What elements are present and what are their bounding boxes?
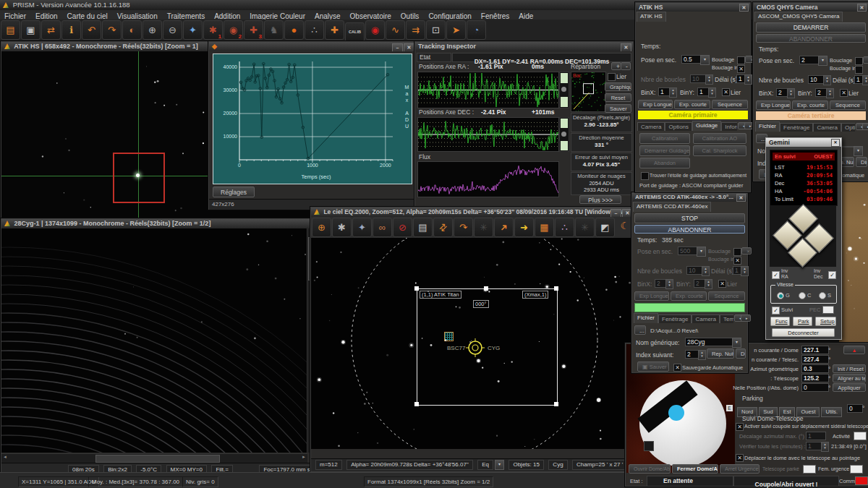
tab-ascom-qhy5[interactable]: ASCOM_CMOS QHY5 Camera (754, 12, 843, 22)
demarrer-guidage-button[interactable]: Démarrer Guidage (639, 145, 690, 156)
parking-input[interactable]: 0 (847, 404, 863, 413)
exp-longue-button[interactable]: Exp Longue (634, 291, 669, 301)
verifier-input[interactable]: 1 (806, 442, 822, 450)
skymap-view[interactable]: (1,1) ATIK Titan (Xmax,1) 000° BSC77 CYG (311, 238, 634, 449)
lier-checkbox[interactable] (722, 88, 730, 96)
scroll-left-icon[interactable]: ◄ (3, 455, 7, 459)
cyg-titlebar[interactable]: 28Cyg-1 | 1374x1099 - Monochrome - Réels… (1, 219, 316, 228)
sauvegarde-checkbox[interactable] (673, 364, 681, 372)
blob-icon[interactable]: ➤ (446, 20, 466, 40)
browse-button[interactable]: ... (634, 325, 646, 335)
inv-ra-checkbox[interactable] (772, 271, 780, 279)
init-reset-button[interactable]: Init / Reset (833, 364, 866, 373)
transfer-icon[interactable]: ⇄ (41, 20, 61, 40)
sauver-button[interactable]: ▣ Sauver (637, 361, 669, 372)
tab-scroll-right[interactable]: ▸ (862, 123, 868, 130)
refresh-icon[interactable]: ↷ (454, 218, 473, 237)
artemis-titlebar[interactable]: ARTEMIS CCD ATIK-460ex -> -5.0°... ✕ (632, 193, 747, 202)
hscroll-thumb[interactable] (95, 455, 220, 463)
eq-select[interactable]: Eq (477, 460, 493, 470)
abandon-button[interactable]: Abandon (639, 158, 690, 168)
repartition-plus-button[interactable]: + (611, 62, 621, 70)
qhy5-panel-titlebar[interactable]: CMOS QHY5 Camera ✕ (754, 3, 868, 12)
tracking-titlebar[interactable]: Tracking Inspector ✕ (415, 42, 633, 51)
tab-fichier[interactable]: Fichier (755, 121, 780, 132)
close-button[interactable]: ✕ (736, 194, 746, 202)
binoculars-icon[interactable]: ∞ (373, 218, 392, 237)
speed-s-radio[interactable] (819, 292, 826, 299)
cancel-x-button[interactable]: ✕ (741, 247, 752, 254)
ouvrir-dome-button[interactable]: Ouvrir Dome/Abri (629, 464, 671, 474)
delai-spinner[interactable] (862, 75, 868, 85)
stop-button[interactable]: STOP (634, 213, 745, 223)
deconnecter-button[interactable]: Déconnecter (772, 328, 835, 337)
arret-urgence-button[interactable]: Arret Urgence (720, 464, 760, 474)
activer-suivi-checkbox[interactable] (736, 423, 744, 431)
nom-dropdown-icon[interactable] (854, 146, 863, 156)
sequence-button[interactable]: Sequence (712, 100, 748, 109)
redo-icon[interactable]: ↷ (102, 20, 122, 40)
gear-icon[interactable]: ✱ (332, 218, 352, 237)
burst-icon[interactable]: ✳ (575, 218, 595, 237)
bouclage-infini-checkbox[interactable] (733, 257, 741, 265)
lier-checkbox[interactable] (608, 73, 616, 81)
abandonner-button[interactable]: ABANDONNER (634, 225, 745, 234)
fermer-dome-button[interactable]: Fermer Dome/Abri (672, 464, 718, 474)
screen-icon[interactable]: ⊡ (426, 20, 446, 40)
pose-dropdown-icon[interactable] (818, 56, 827, 66)
tab-fen-trage[interactable]: Fenêtrage (658, 314, 692, 323)
nelle-input[interactable]: 0 (801, 383, 829, 392)
dome-handle[interactable] (644, 441, 654, 451)
verifier-spinner[interactable] (821, 442, 829, 452)
calibration-button[interactable]: Calibration (639, 133, 690, 144)
zoom-sky-icon[interactable]: ⊕ (312, 218, 331, 237)
camera-1-icon[interactable]: ✱1 (203, 20, 223, 40)
deplacer-checkbox[interactable] (736, 454, 744, 462)
satellite-icon[interactable]: ∴ (305, 20, 324, 40)
tab-options[interactable]: Options (841, 123, 855, 132)
dir-button[interactable]: Dir (736, 348, 746, 359)
exp-longue-button[interactable]: Exp Longue (756, 100, 791, 110)
no-go-icon[interactable]: ⊘ (393, 218, 412, 237)
exp-courte-button[interactable]: Exp. courte (674, 100, 710, 109)
print-icon[interactable]: ▤ (413, 218, 433, 237)
reglages-button[interactable]: Réglages (213, 187, 255, 197)
tab-artemis[interactable]: ARTEMIS CCD ATIK-460ex (633, 202, 711, 212)
close-button[interactable]: ✕ (857, 4, 867, 12)
open-icon[interactable]: ▤ (1, 20, 20, 40)
tab-options[interactable]: Options (665, 122, 692, 131)
camera-3-icon[interactable]: ✚3 (244, 20, 263, 40)
bouclage-checkbox[interactable] (855, 57, 863, 65)
tab-atik-hs[interactable]: ATIK HS (637, 12, 666, 22)
night-sky-icon[interactable]: ✦ (352, 218, 372, 237)
camera-2-icon[interactable]: ◉2 (224, 20, 243, 40)
crescent-icon[interactable]: ☾ (620, 220, 629, 231)
speed-g-radio[interactable] (777, 292, 784, 299)
mount-icon[interactable]: ♞ (264, 20, 284, 40)
tab-camera[interactable]: Camera (637, 122, 665, 131)
biny-spinner[interactable] (708, 87, 716, 98)
wrench-icon[interactable]: ✚ (325, 20, 344, 40)
exp-courte-button[interactable]: Exp. courte (792, 100, 828, 110)
zoom-out-icon[interactable]: ⊖ (163, 20, 182, 40)
lier-checkbox[interactable] (718, 280, 726, 288)
dome-up-button[interactable]: ▲ (843, 346, 865, 354)
plus-button[interactable]: Plus >>> (579, 195, 621, 204)
bouclage-infini-checkbox[interactable] (737, 65, 745, 73)
nbre-spinner[interactable] (823, 75, 831, 85)
binx-spinner[interactable] (787, 88, 795, 98)
dec-slider[interactable] (559, 117, 569, 152)
delai-spinner[interactable] (744, 74, 752, 85)
scroll-right-icon[interactable]: ► (302, 455, 306, 459)
exp-longue-button[interactable]: Exp Longue (638, 100, 673, 109)
biny-spinner[interactable] (826, 88, 834, 98)
sequence-button[interactable]: Sequence (830, 100, 866, 110)
binx-spinner[interactable] (669, 87, 677, 98)
close-button[interactable]: ✕ (739, 4, 749, 12)
zoom-in-icon[interactable]: ⊕ (142, 20, 162, 40)
photometry-icon[interactable]: ● (284, 20, 304, 40)
image-preview-icon[interactable]: ✦ (183, 20, 203, 40)
adu-chart-titlebar[interactable]: ◆ – ✕ (209, 42, 416, 51)
minimize-button[interactable]: – (610, 209, 621, 217)
contrast-icon[interactable]: ◐ (122, 20, 142, 40)
